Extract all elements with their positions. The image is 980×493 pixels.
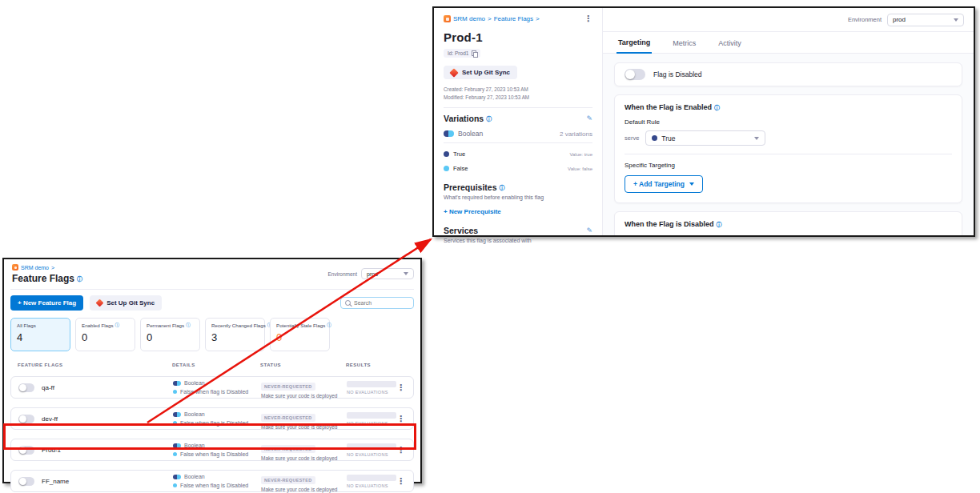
status-text: Make sure your code is deployed xyxy=(261,393,347,399)
status-badge: NEVER-REQUESTED xyxy=(261,476,315,484)
false-variation-dot-icon xyxy=(444,166,449,171)
flag-detail-main: Environment prod Targeting Metrics Activ… xyxy=(603,8,974,235)
environment-row: Environment prod xyxy=(603,8,974,32)
false-variation-dot-icon xyxy=(173,483,177,487)
serve-label: serve xyxy=(625,134,639,142)
filter-card-all-flags[interactable]: All Flags 4 xyxy=(10,318,70,351)
default-rule-variation-select[interactable]: True xyxy=(645,130,765,146)
evaluations-bar xyxy=(347,443,396,450)
table-row[interactable]: FF_name Boolean False when flag is Disab… xyxy=(10,470,414,492)
set-up-git-sync-button[interactable]: Set Up Git Sync xyxy=(444,66,517,79)
filter-card-recently-changed-flags[interactable]: Recently Changed Flagsⓘ 3 xyxy=(205,318,265,351)
environment-value: prod xyxy=(893,16,906,23)
stat-count: 3 xyxy=(211,331,259,343)
row-options-menu-icon[interactable]: ⋮ xyxy=(396,383,417,392)
list-header: SRM demo > Feature Flags ⓘ Environment p… xyxy=(10,263,414,290)
environment-select[interactable]: prod xyxy=(887,14,964,26)
variation-name: False xyxy=(453,165,468,172)
created-date: Created: February 27, 2023 10:53 AM xyxy=(444,86,592,94)
evaluations-bar xyxy=(347,475,396,481)
default-rule-serve-row: serve True xyxy=(625,130,952,146)
flag-toggle[interactable] xyxy=(18,383,34,392)
breadcrumb-separator: > xyxy=(536,15,540,22)
chevron-down-icon xyxy=(954,18,958,22)
filter-card-enabled-flags[interactable]: Enabled Flagsⓘ 0 xyxy=(75,318,135,351)
info-icon: ⓘ xyxy=(327,323,331,328)
breadcrumb-project-link[interactable]: SRM demo xyxy=(21,265,49,271)
info-icon: ⓘ xyxy=(714,105,720,110)
variation-type-row: Boolean 2 variations xyxy=(444,130,592,143)
environment-value: prod xyxy=(367,271,378,277)
detail-tabs: Targeting Metrics Activity xyxy=(603,32,974,54)
stat-count: 0 xyxy=(82,331,129,343)
table-row-prod-1[interactable]: Prod-1 Boolean False when flag is Disabl… xyxy=(10,439,414,461)
flag-name: dev-ff xyxy=(42,415,58,423)
false-variation-dot-icon xyxy=(173,452,177,456)
enabled-section-heading: When the Flag is Enabled ⓘ xyxy=(625,103,952,111)
tab-targeting[interactable]: Targeting xyxy=(617,38,652,54)
flag-name: qa-ff xyxy=(42,384,54,391)
boolean-variation-icon xyxy=(173,381,181,386)
set-up-git-sync-button[interactable]: Set Up Git Sync xyxy=(90,295,162,311)
prerequisites-section-heading: Prerequisites ⓘ xyxy=(444,182,592,192)
breadcrumb-separator: > xyxy=(488,15,492,22)
flag-dates: Created: February 27, 2023 10:53 AM Modi… xyxy=(444,86,592,102)
divider xyxy=(625,154,952,154)
flag-toggle[interactable] xyxy=(18,446,34,455)
new-prerequisite-link[interactable]: + New Prerequisite xyxy=(444,208,592,215)
evaluations-label: NO EVALUATIONS xyxy=(347,390,396,395)
info-icon: ⓘ xyxy=(486,116,492,122)
boolean-variation-icon xyxy=(173,443,181,448)
chevron-down-icon xyxy=(754,137,759,140)
project-icon xyxy=(444,15,451,22)
breadcrumb-section-link[interactable]: Feature Flags xyxy=(494,15,533,22)
add-targeting-button[interactable]: + Add Targeting xyxy=(625,175,703,193)
disabled-section-heading: When the Flag is Disabled ⓘ xyxy=(625,220,952,228)
flag-filter-cards: All Flags 4 Enabled Flagsⓘ 0 Permanent F… xyxy=(10,318,414,351)
chevron-down-icon xyxy=(404,272,408,275)
flag-title: Prod-1 xyxy=(444,30,592,44)
filter-card-permanent-flags[interactable]: Permanent Flagsⓘ 0 xyxy=(140,318,200,351)
table-row[interactable]: dev-ff Boolean False when flag is Disabl… xyxy=(10,407,414,430)
search-input[interactable] xyxy=(354,300,409,306)
environment-row: Environment prod xyxy=(328,268,415,279)
boolean-variation-icon xyxy=(444,130,454,137)
flag-state-label: Flag is Disabled xyxy=(653,70,701,78)
breadcrumb-project-link[interactable]: SRM demo xyxy=(453,15,485,22)
specific-targeting-label: Specific Targeting xyxy=(625,162,952,169)
evaluations-bar xyxy=(347,412,396,419)
column-header-results: RESULTS xyxy=(346,363,393,367)
git-sync-icon xyxy=(449,68,458,77)
filter-card-potentially-stale-flags[interactable]: Potentially Stale Flagsⓘ 0 xyxy=(270,318,330,351)
row-options-menu-icon[interactable]: ⋮ xyxy=(396,446,417,455)
environment-select[interactable]: prod xyxy=(361,268,414,279)
stat-count: 0 xyxy=(147,331,194,343)
flag-toggle[interactable] xyxy=(18,477,34,486)
status-badge: NEVER-REQUESTED xyxy=(261,445,315,453)
flag-enabled-toggle[interactable] xyxy=(625,69,645,80)
tab-metrics[interactable]: Metrics xyxy=(671,39,697,53)
status-text: Make sure your code is deployed xyxy=(261,424,347,430)
enabled-rules-card: When the Flag is Enabled ⓘ Default Rule … xyxy=(614,94,962,203)
variation-row-true: True Value: true xyxy=(444,150,592,158)
flag-id-badge[interactable]: Id: Prod1 xyxy=(444,49,480,58)
targeting-tab-content: Flag is Disabled When the Flag is Enable… xyxy=(603,54,974,235)
copy-icon[interactable] xyxy=(472,50,476,56)
flag-toggle[interactable] xyxy=(18,415,34,423)
false-variation-dot-icon xyxy=(173,421,177,425)
project-icon xyxy=(12,264,18,271)
edit-services-icon[interactable]: ✎ xyxy=(586,227,592,234)
table-row[interactable]: qa-ff Boolean False when flag is Disable… xyxy=(10,376,414,399)
evaluations-label: NO EVALUATIONS xyxy=(347,421,396,426)
info-icon: ⓘ xyxy=(186,323,191,328)
new-feature-flag-button[interactable]: + New Feature Flag xyxy=(10,295,83,311)
false-variation-dot-icon xyxy=(173,390,177,394)
edit-variations-icon[interactable]: ✎ xyxy=(586,115,592,122)
variation-value: Value: true xyxy=(569,152,592,157)
row-options-menu-icon[interactable]: ⋮ xyxy=(396,415,417,423)
flag-options-menu-icon[interactable]: ⋮ xyxy=(584,14,592,23)
row-options-menu-icon[interactable]: ⋮ xyxy=(396,477,417,486)
tab-activity[interactable]: Activity xyxy=(717,39,743,53)
info-icon: ⓘ xyxy=(717,222,722,227)
flag-state-card: Flag is Disabled xyxy=(614,62,962,86)
